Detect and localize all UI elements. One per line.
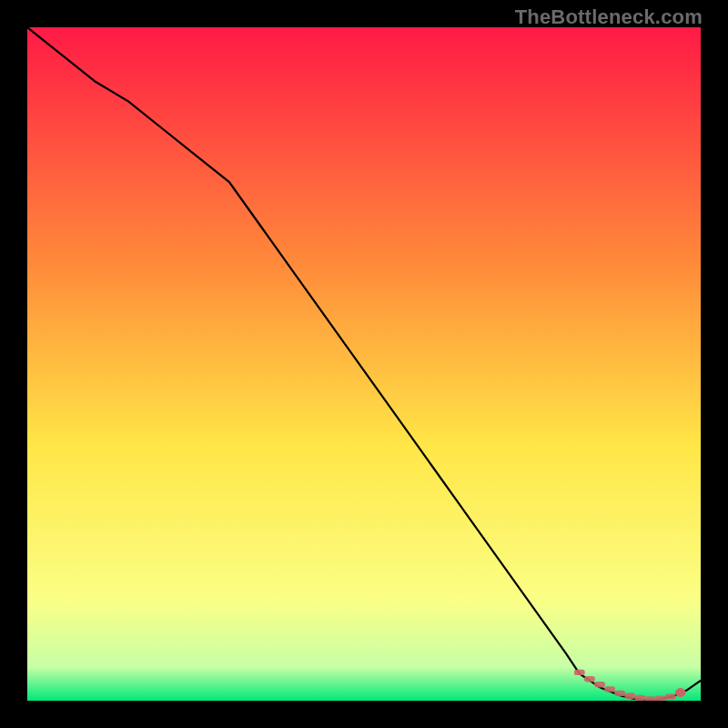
cluster-point (604, 686, 615, 692)
cluster-point (655, 696, 666, 701)
chart-frame: TheBottleneck.com (0, 0, 728, 728)
cluster-point (594, 682, 605, 687)
cluster-point (624, 693, 635, 699)
cluster-point (584, 676, 595, 682)
plot-area (27, 27, 701, 701)
gradient-background (27, 27, 701, 701)
watermark-text: TheBottleneck.com (515, 5, 703, 29)
cluster-point (574, 670, 585, 675)
cluster-point (634, 695, 645, 701)
bottleneck-chart (27, 27, 701, 701)
cluster-point (614, 691, 625, 696)
cluster-point (665, 693, 676, 699)
cluster-end-dot (676, 688, 685, 697)
cluster-point (645, 696, 656, 701)
